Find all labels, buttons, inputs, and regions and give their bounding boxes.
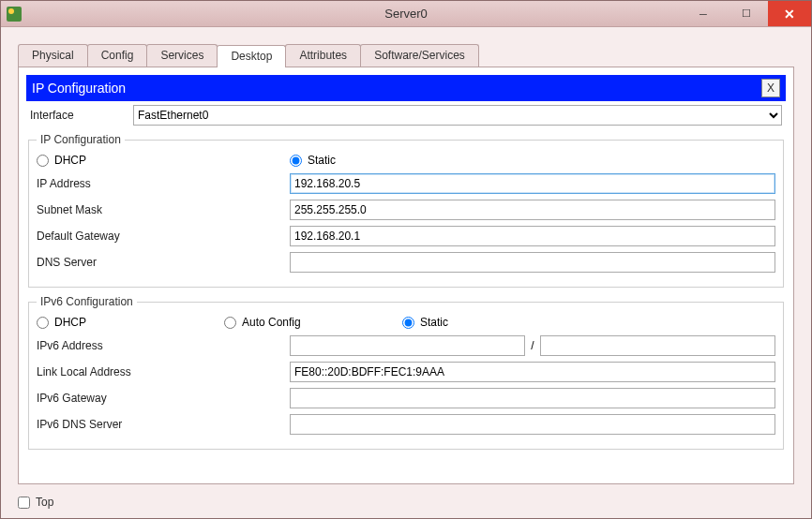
maximize-button[interactable]: ☐ bbox=[725, 1, 768, 26]
ipv6-dhcp-text: DHCP bbox=[54, 316, 86, 329]
ipv6-mode-row: DHCP Auto Config Static bbox=[37, 316, 775, 329]
tab-software-services[interactable]: Software/Services bbox=[360, 44, 479, 67]
ipv6-static-radio[interactable] bbox=[402, 317, 414, 329]
default-gateway-input[interactable] bbox=[290, 226, 775, 246]
ipv6-prefix-input[interactable] bbox=[540, 335, 775, 356]
ipv6-dns-row: IPv6 DNS Server bbox=[37, 413, 775, 436]
tab-physical[interactable]: Physical bbox=[18, 44, 88, 67]
panel-title-bar: IP Configuration X bbox=[26, 75, 786, 101]
interface-row: Interface FastEthernet0 bbox=[26, 101, 786, 129]
tab-page-desktop: IP Configuration X Interface FastEtherne… bbox=[18, 67, 794, 484]
ipv6-gateway-input[interactable] bbox=[290, 388, 775, 408]
ipv6-legend: IPv6 Configuration bbox=[37, 295, 137, 308]
dns-server-row: DNS Server bbox=[37, 251, 775, 274]
default-gateway-label: Default Gateway bbox=[37, 230, 290, 243]
ipv6-address-row: IPv6 Address / bbox=[37, 334, 775, 357]
tab-bar: Physical Config Services Desktop Attribu… bbox=[18, 44, 811, 67]
titlebar[interactable]: Server0 ─ ☐ ✕ bbox=[1, 1, 811, 27]
ipv6-address-input[interactable] bbox=[290, 335, 525, 356]
ipv6-auto-radio[interactable] bbox=[224, 317, 236, 329]
ipv6-dns-input[interactable] bbox=[290, 414, 775, 435]
window-controls: ─ ☐ ✕ bbox=[682, 1, 811, 26]
ipv6-address-label: IPv6 Address bbox=[37, 339, 290, 352]
ipv4-legend: IP Configuration bbox=[37, 133, 125, 146]
subnet-mask-input[interactable] bbox=[290, 200, 775, 220]
ipv6-auto-text: Auto Config bbox=[242, 316, 301, 329]
dns-server-label: DNS Server bbox=[37, 256, 290, 269]
tab-attributes[interactable]: Attributes bbox=[285, 44, 361, 67]
ipv6-dns-label: IPv6 DNS Server bbox=[37, 418, 290, 431]
minimize-button[interactable]: ─ bbox=[682, 1, 725, 26]
ipv6-static-text: Static bbox=[420, 316, 448, 329]
default-gateway-row: Default Gateway bbox=[37, 225, 775, 247]
ipv6-linklocal-input[interactable] bbox=[290, 362, 775, 382]
close-button[interactable]: ✕ bbox=[768, 1, 811, 26]
ipv6-gateway-label: IPv6 Gateway bbox=[37, 392, 290, 405]
ipv6-prefix-separator: / bbox=[525, 339, 539, 352]
ipv6-fieldset: IPv6 Configuration DHCP Auto Config Stat… bbox=[28, 295, 784, 450]
ipv6-dhcp-radio-label[interactable]: DHCP bbox=[37, 316, 224, 329]
ip-address-input[interactable] bbox=[290, 173, 775, 194]
ip-address-row: IP Address bbox=[37, 172, 775, 195]
client-area: Physical Config Services Desktop Attribu… bbox=[1, 27, 811, 518]
ipv6-dhcp-radio[interactable] bbox=[37, 317, 49, 329]
panel-title-text: IP Configuration bbox=[32, 81, 126, 96]
footer: Top bbox=[1, 492, 811, 518]
ipv6-auto-radio-label[interactable]: Auto Config bbox=[224, 316, 402, 329]
ipv6-gateway-row: IPv6 Gateway bbox=[37, 387, 775, 409]
ipv4-dhcp-radio-label[interactable]: DHCP bbox=[37, 154, 290, 167]
dns-server-input[interactable] bbox=[290, 252, 775, 273]
tab-desktop[interactable]: Desktop bbox=[217, 45, 286, 67]
top-checkbox-label[interactable]: Top bbox=[18, 496, 53, 509]
ipv4-mode-row: DHCP Static bbox=[37, 154, 775, 167]
ipv4-static-radio[interactable] bbox=[290, 155, 302, 167]
ipv6-static-radio-label[interactable]: Static bbox=[402, 316, 448, 329]
top-checkbox[interactable] bbox=[18, 497, 30, 509]
ipv4-dhcp-text: DHCP bbox=[54, 154, 86, 167]
ip-address-label: IP Address bbox=[37, 177, 290, 190]
app-window: Server0 ─ ☐ ✕ Physical Config Services D… bbox=[0, 0, 812, 519]
interface-select[interactable]: FastEthernet0 bbox=[133, 105, 782, 126]
ipv6-linklocal-row: Link Local Address bbox=[37, 361, 775, 383]
tab-services[interactable]: Services bbox=[146, 44, 218, 67]
app-icon bbox=[7, 7, 22, 22]
ipv4-fieldset: IP Configuration DHCP Static IP Address bbox=[28, 133, 784, 288]
top-checkbox-text: Top bbox=[36, 496, 53, 509]
ipv4-static-text: Static bbox=[308, 154, 336, 167]
ipv4-static-radio-label[interactable]: Static bbox=[290, 154, 336, 167]
subnet-mask-row: Subnet Mask bbox=[37, 199, 775, 221]
ipv6-linklocal-label: Link Local Address bbox=[37, 365, 290, 378]
subnet-mask-label: Subnet Mask bbox=[37, 203, 290, 216]
panel-close-button[interactable]: X bbox=[761, 79, 780, 97]
interface-label: Interface bbox=[30, 109, 133, 122]
ipv4-dhcp-radio[interactable] bbox=[37, 155, 49, 167]
tab-config[interactable]: Config bbox=[87, 44, 148, 67]
